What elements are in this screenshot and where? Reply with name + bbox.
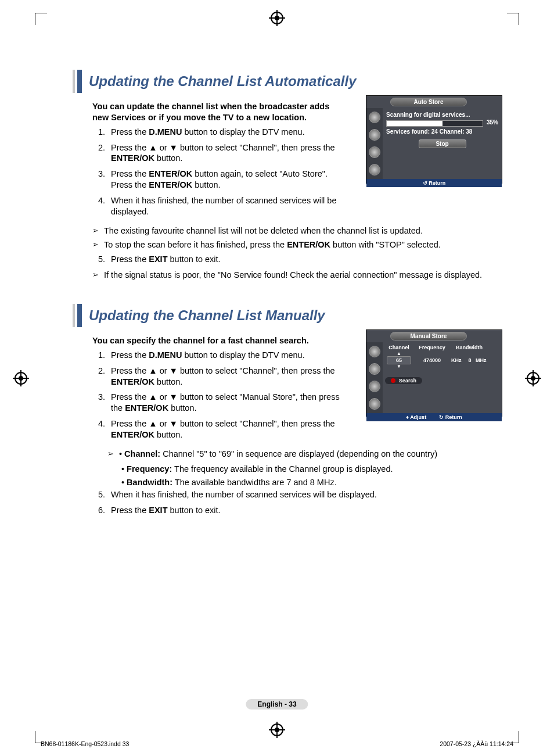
registration-mark-icon [15, 372, 27, 385]
menu-icon [369, 112, 380, 123]
step-list: Press the D.MENU button to display the D… [73, 127, 360, 217]
step-item: Press the EXIT button to exit. [107, 254, 502, 265]
content: Updating the Channel List Automatically … [73, 70, 502, 539]
auto-store-panel: Auto Store Scanning for digital services… [366, 95, 502, 184]
search-button[interactable]: Search [385, 377, 422, 384]
step-item: Press the ▲ or ▼ button to select "Manua… [107, 392, 343, 414]
bandwidth-value: 8 [466, 357, 473, 363]
intro-text: You can specify the channel for a fast c… [92, 335, 360, 346]
crop-mark [507, 13, 519, 25]
progress-bar [386, 120, 483, 127]
khz-label: KHz [451, 357, 464, 363]
header-frequency: Frequency [415, 345, 449, 350]
stop-button[interactable]: Stop [419, 139, 466, 148]
menu-icon [369, 146, 380, 158]
step-item: Press the ENTER/OK button again, to sele… [107, 169, 343, 191]
section-title: Updating the Channel List Manually [89, 307, 325, 324]
section-title: Updating the Channel List Automatically [89, 73, 356, 89]
registration-mark-icon [527, 372, 539, 385]
manual-store-panel: Manual Store Channel Frequency [366, 329, 502, 417]
menu-icon [369, 129, 380, 141]
value-row: ▲ 65 ▼ 474000 KHz 8 MHz [385, 352, 499, 369]
mhz-label: MHz [476, 357, 490, 363]
header-bandwidth: Bandwidth [451, 345, 487, 350]
panel-icon-column [366, 342, 383, 413]
registration-mark-icon [271, 723, 283, 736]
return-bar[interactable]: ↻ Return [366, 179, 502, 187]
step-list: Press the EXIT button to exit. [73, 254, 502, 265]
section-heading: Updating the Channel List Automatically [73, 70, 502, 93]
red-dot-icon [391, 378, 395, 383]
step-item: When it has finished, the number of scan… [107, 489, 502, 500]
step-item: Press the ▲ or ▼ button to select "Chann… [107, 418, 343, 440]
footer-bar: ♦ Adjust ↻ Return [366, 413, 502, 421]
step-list: Press the D.MENU button to display the D… [73, 350, 360, 440]
menu-icon [369, 381, 380, 392]
column-headers: Channel Frequency Bandwidth [385, 345, 499, 350]
sub-item: • Frequency: The frequency available in … [121, 463, 502, 476]
footer-timestamp: 2007-05-23 ¿ÀÀü 11:14:24 [440, 740, 513, 747]
panel-title: Manual Store [390, 332, 467, 341]
page: Updating the Channel List Automatically … [0, 0, 554, 756]
progress-percent: 35% [487, 119, 498, 126]
sub-item: • Bandwidth: The available bandwidths ar… [121, 476, 502, 489]
return-label[interactable]: ↻ Return [439, 414, 462, 420]
menu-icon [369, 164, 380, 175]
scanning-label: Scanning for digital services... [386, 112, 498, 118]
note-item: ➢• Channel: Channel "5" to "69" in seque… [107, 449, 502, 460]
frequency-value: 474000 [415, 357, 449, 363]
up-arrow-icon[interactable]: ▲ [397, 352, 401, 356]
section-manual-store: Updating the Channel List Manually You c… [73, 304, 502, 516]
adjust-label[interactable]: ♦ Adjust [406, 414, 426, 420]
footer-filename: BN68-01186K-Eng-0523.indd 33 [41, 740, 129, 747]
step-item: Press the ▲ or ▼ button to select "Chann… [107, 142, 343, 164]
down-arrow-icon[interactable]: ▼ [397, 364, 401, 369]
header-channel: Channel [385, 345, 413, 350]
channel-value[interactable]: 65 [387, 356, 411, 364]
note-item: ➢If the signal status is poor, the "No S… [92, 270, 502, 281]
menu-icon [369, 363, 380, 375]
step-item: Press the ▲ or ▼ button to select "Chann… [107, 366, 343, 388]
crop-mark [35, 13, 47, 25]
panel-title: Auto Store [390, 98, 467, 106]
step-item: When it has finished, the number of scan… [107, 195, 343, 217]
note-item: ➢The existing favourite channel list wil… [92, 225, 502, 237]
step-list: When it has finished, the number of scan… [73, 489, 502, 516]
panel-icon-column [366, 108, 383, 179]
step-item: Press the D.MENU button to display the D… [107, 127, 360, 138]
intro-text: You can update the channel list when the… [92, 101, 336, 123]
menu-icon [369, 346, 380, 357]
menu-icon [369, 398, 380, 410]
note-item: ➢To stop the scan before it has finished… [92, 239, 502, 250]
step-item: Press the EXIT button to exit. [107, 505, 502, 516]
step-item: Press the D.MENU button to display the D… [107, 350, 360, 361]
footer: BN68-01186K-Eng-0523.indd 33 2007-05-23 … [41, 740, 513, 747]
registration-mark-icon [271, 12, 283, 24]
section-auto-store: Updating the Channel List Automatically … [73, 70, 502, 281]
section-heading: Updating the Channel List Manually [73, 304, 502, 327]
page-number-label: English - 33 [246, 699, 308, 710]
services-found-label: Services found: 24 Channel: 38 [386, 128, 498, 135]
